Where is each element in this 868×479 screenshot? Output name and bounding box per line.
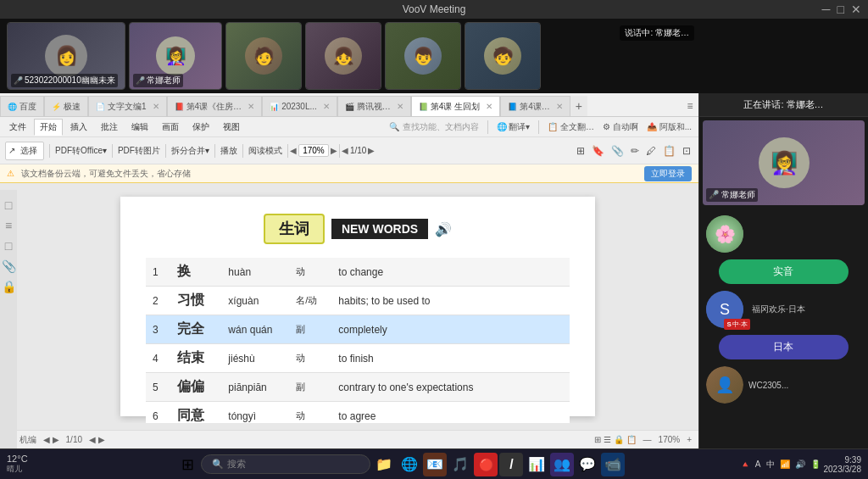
video-feed-3: 🧑 <box>226 23 301 89</box>
mute-button[interactable]: 实音 <box>719 259 849 284</box>
tray-arrow[interactable]: 🔺 <box>740 460 750 469</box>
sidebar-header: 正在讲话: 常娜老… <box>699 93 868 117</box>
ribbon-protect[interactable]: 保护 <box>186 119 215 136</box>
tab-close-doc1[interactable]: ✕ <box>153 102 159 111</box>
toolbar-icon-7[interactable]: ⊡ <box>680 145 693 157</box>
ribbon-view-screen[interactable]: 画面 <box>156 119 185 136</box>
tray-volume[interactable]: 🔊 <box>795 460 805 469</box>
taskbar-app-music[interactable]: 🎵 <box>448 453 472 476</box>
tb2-sep6 <box>287 144 288 158</box>
tab-close-2023[interactable]: ✕ <box>323 102 330 111</box>
toolbar-icon-6[interactable]: 📋 <box>660 145 678 157</box>
taskbar-app-folder[interactable]: 📁 <box>372 453 396 476</box>
prev-page-btn[interactable]: ◀ <box>342 146 348 155</box>
tab-close-lesson4[interactable]: ✕ <box>248 102 254 111</box>
statusbar-zoom-out[interactable]: — <box>643 435 652 444</box>
toolbar-icon-4[interactable]: ✏ <box>628 145 642 157</box>
current-date: 2023/3/28 <box>824 465 862 474</box>
participant-video-5[interactable]: 👦 <box>385 22 461 90</box>
ribbon-start[interactable]: 开始 <box>34 119 63 136</box>
tab-add-button[interactable]: + <box>570 96 587 116</box>
tray-network[interactable]: 📶 <box>780 460 790 469</box>
toolbar-icon-1[interactable]: ⊞ <box>574 145 587 157</box>
tray-input[interactable]: 中 <box>766 459 775 471</box>
tab-vocab[interactable]: 📗 第4课 生回划 ✕ <box>411 96 500 116</box>
bookmark-icon-3[interactable]: □ <box>5 239 12 253</box>
ribbon-comment[interactable]: 批注 <box>95 119 124 136</box>
zoom-input[interactable] <box>298 144 329 157</box>
tab-close-vocab[interactable]: ✕ <box>486 102 492 111</box>
vocab-meaning-2: habits; to be used to <box>331 287 570 315</box>
toolbar-icon-5[interactable]: 🖊 <box>643 145 659 157</box>
video-feed-6: 🧒 <box>465 23 540 89</box>
search-box[interactable]: 🔍 查找功能、文档内容 <box>386 121 482 133</box>
participant-video-6[interactable]: 🧒 <box>465 22 541 90</box>
doc-page: 生词 NEW WORDS 🔊 1 换 huàn 动 <box>120 197 595 416</box>
taskbar-right: 🔺 A 中 📶 🔊 🔋 9:39 2023/3/28 <box>733 455 868 474</box>
ribbon-sep2 <box>538 120 539 134</box>
tab-menu-button[interactable]: ≡ <box>682 96 698 116</box>
vocab-title-cn: 生词 <box>264 214 325 244</box>
tab-close-lesson4b[interactable]: ✕ <box>556 102 563 111</box>
zoom-out-btn[interactable]: ◀ <box>290 146 297 155</box>
tab-2023[interactable]: 📊 20230L... ✕ <box>262 96 337 116</box>
taskbar-app-slash[interactable]: / <box>499 453 523 476</box>
ribbon-file[interactable]: 文件 <box>3 119 32 136</box>
speaking-indicator: 说话中: 常娜老… <box>620 25 694 41</box>
ribbon-view[interactable]: 视图 <box>217 119 246 136</box>
tab-doc1[interactable]: 📄 文字文编1 ✕ <box>88 96 167 116</box>
participant-video-3[interactable]: 🧑 <box>225 22 302 90</box>
taskbar-app-chat[interactable]: 💬 <box>576 453 599 476</box>
participant-video-1[interactable]: 👩 🎤 523022000010幽幽未来 <box>7 22 125 90</box>
participant-video-2[interactable]: 👩‍🏫 🎤 常娜老师 <box>129 22 222 90</box>
auto-button[interactable]: ⚙ 自动啊 <box>599 121 642 133</box>
tab-tencent[interactable]: 🎬 腾讯视… ✕ <box>337 96 411 116</box>
toolbar-icon-2[interactable]: 🔖 <box>589 145 607 157</box>
tray-battery[interactable]: 🔋 <box>810 460 821 469</box>
statusbar-zoom-in[interactable]: + <box>687 435 692 444</box>
tab-lesson4[interactable]: 📕 第4课《住房… ✕ <box>167 96 263 116</box>
start-button[interactable]: ⊞ <box>175 453 199 476</box>
vocab-meaning-1: to change <box>331 258 570 287</box>
tab-baidu[interactable]: 🌐 百度 <box>0 96 44 116</box>
next-page-btn[interactable]: ▶ <box>368 146 375 155</box>
bookmark-icon-2[interactable]: ≡ <box>5 219 12 232</box>
vocab-pos-3: 副 <box>289 315 331 344</box>
taskbar-app-teams[interactable]: 👥 <box>550 453 574 476</box>
maximize-button[interactable]: □ <box>837 3 844 16</box>
window-title: VooV Meeting <box>403 3 466 15</box>
taskbar-app-red[interactable]: 🔴 <box>474 453 498 476</box>
toolbar-icon-3[interactable]: 📎 <box>609 145 626 157</box>
vocab-audio-icon[interactable]: 🔊 <box>435 221 452 237</box>
toolbar-select[interactable]: ↗ 选择 <box>5 142 44 160</box>
participant-video-4[interactable]: 👧 <box>305 22 381 90</box>
tb2-sep3 <box>165 144 166 158</box>
ribbon-edit[interactable]: 编辑 <box>125 119 154 136</box>
taskbar-app-excel[interactable]: 📊 <box>525 453 548 476</box>
window-controls[interactable]: ─ □ ✕ <box>822 3 861 16</box>
bookmark-icon-5[interactable]: 🔒 <box>2 280 16 293</box>
tab-speed[interactable]: ⚡ 极速 <box>44 96 88 116</box>
taskbar-app-voov[interactable]: 📹 <box>601 453 625 476</box>
taskbar-search-icon: 🔍 <box>212 459 224 470</box>
vocab-num-6: 6 <box>146 402 170 424</box>
publish-button[interactable]: 📤 阿版和... <box>643 121 695 133</box>
tray-lang[interactable]: A <box>755 460 761 469</box>
bookmark-icon-4[interactable]: 📎 <box>2 259 16 273</box>
minimize-button[interactable]: ─ <box>822 3 831 16</box>
login-button[interactable]: 立即登录 <box>644 166 692 181</box>
tab-close-tencent[interactable]: ✕ <box>397 102 403 111</box>
ribbon-insert[interactable]: 插入 <box>64 119 93 136</box>
full-text-button[interactable]: 📋 全文翻… <box>544 121 598 133</box>
taskbar-search-placeholder: 搜索 <box>227 458 246 471</box>
translate-button[interactable]: 🌐 翻译▾ <box>493 121 534 133</box>
zoom-in-btn[interactable]: ▶ <box>331 146 337 155</box>
taskbar-app-browser[interactable]: 🌐 <box>398 453 421 476</box>
taskbar-search[interactable]: 🔍 搜索 <box>201 454 370 474</box>
mic-icon-1: 🎤 <box>14 76 23 85</box>
unmute-button[interactable]: 日本 <box>719 335 849 359</box>
tab-lesson4b[interactable]: 📘 第4课… ✕ <box>500 96 570 116</box>
close-button[interactable]: ✕ <box>851 3 861 16</box>
taskbar-app-mail[interactable]: 📧 <box>423 453 447 476</box>
bookmark-icon-1[interactable]: □ <box>5 198 12 212</box>
